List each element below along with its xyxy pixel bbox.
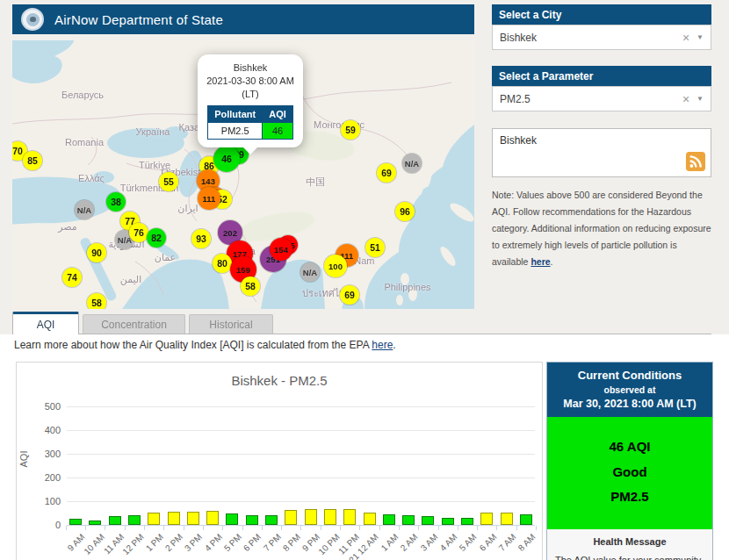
- current-aqi-category: Good: [551, 460, 709, 485]
- chart-x-tick: [125, 526, 126, 530]
- current-aqi-block: 46 AQI Good PM2.5: [547, 417, 712, 529]
- map-place-label: Romania: [65, 137, 104, 147]
- chevron-down-icon[interactable]: ▼: [697, 33, 704, 41]
- popup-col-aqi: AQI: [263, 105, 293, 122]
- chart-x-tick: [359, 526, 360, 530]
- chart-bar: [265, 515, 278, 525]
- aqi-marker[interactable]: 90: [87, 243, 106, 262]
- map-place-label: اليمن: [120, 274, 141, 285]
- aqi-marker[interactable]: 58: [241, 276, 260, 296]
- chart-x-tick: [281, 526, 282, 530]
- chart-x-tick: [262, 526, 263, 530]
- chart-x-tick: [536, 526, 537, 530]
- aqi-marker[interactable]: N/A: [75, 200, 94, 219]
- chart-x-label: 5 AM: [458, 532, 479, 553]
- parameter-select-label: Select a Parameter: [492, 66, 711, 86]
- aqi-marker[interactable]: 111: [198, 187, 220, 210]
- chart-x-tick: [458, 526, 458, 530]
- chart-x-tick: [418, 526, 419, 530]
- popup-timezone: (LT): [203, 88, 298, 101]
- aqi-marker[interactable]: 59: [341, 120, 360, 140]
- tab-historical[interactable]: Historical: [189, 314, 273, 334]
- current-conditions-panel: Current Conditions observed at Mar 30, 2…: [546, 362, 713, 560]
- learn-more-text: Learn more about how the Air Quality Ind…: [14, 339, 396, 351]
- current-aqi-parameter: PM2.5: [551, 485, 709, 510]
- aqi-chart: Bishkek - PM2.5 AQI 01002003004005009 AM…: [16, 362, 543, 560]
- aqi-marker[interactable]: 80: [213, 254, 232, 273]
- tab-concentration[interactable]: Concentration: [83, 314, 185, 334]
- state-department-seal-icon: [21, 8, 44, 31]
- aqi-marker[interactable]: 69: [340, 285, 359, 305]
- tab-aqi[interactable]: AQI: [12, 312, 79, 334]
- chart-x-label: 7 AM: [496, 532, 517, 553]
- aqi-marker[interactable]: 58: [87, 293, 106, 309]
- chart-x-tick: [85, 526, 86, 530]
- learn-more-period: .: [393, 339, 395, 351]
- city-select[interactable]: Bishkek × ▼: [492, 25, 711, 50]
- chart-bar: [246, 515, 258, 525]
- chart-x-label: 5 PM: [222, 532, 243, 553]
- chart-x-tick: [242, 526, 243, 530]
- aqi-marker[interactable]: 96: [395, 202, 415, 221]
- chart-bar: [402, 515, 415, 525]
- chart-x-label: 7 PM: [261, 532, 282, 553]
- health-message-title: Health Message: [555, 536, 704, 547]
- chart-bar: [69, 519, 82, 525]
- epa-here-link[interactable]: here: [372, 339, 393, 351]
- chart-x-label: 1 AM: [379, 532, 401, 553]
- aqi-marker[interactable]: 154: [270, 238, 292, 261]
- chart-x-label: 6 PM: [242, 532, 263, 553]
- aqi-marker[interactable]: 76: [129, 223, 148, 242]
- aqi-marker[interactable]: 51: [365, 238, 385, 257]
- aqi-marker[interactable]: 100: [324, 255, 347, 277]
- map-popup: Bishkek 2021-03-30 8:00 AM (LT) Pollutan…: [198, 54, 303, 147]
- current-conditions-header: Current Conditions observed at Mar 30, 2…: [547, 363, 712, 417]
- map-place-label: مصر: [58, 221, 77, 233]
- note-period: .: [551, 256, 553, 267]
- aqi-marker[interactable]: 69: [377, 163, 396, 183]
- rss-icon[interactable]: [686, 152, 705, 171]
- health-message-text: The AQI value for your community is betw…: [555, 552, 704, 560]
- aqi-marker[interactable]: 74: [62, 268, 82, 287]
- aqi-marker[interactable]: 82: [147, 228, 166, 248]
- aqi-marker[interactable]: 55: [159, 172, 178, 191]
- chart-bar: [364, 513, 376, 525]
- clear-icon[interactable]: ×: [675, 92, 697, 106]
- aqi-marker[interactable]: N/A: [300, 262, 320, 282]
- chart-gridline: [67, 501, 535, 502]
- chart-x-label: 8 AM: [516, 532, 538, 553]
- aqi-marker[interactable]: N/A: [402, 154, 422, 173]
- feed-box: Bishkek: [492, 128, 711, 177]
- map-place-label: Philippines: [384, 282, 430, 292]
- chart-bar: [226, 513, 238, 526]
- health-message-block: Health Message The AQI value for your co…: [547, 529, 712, 560]
- chart-x-tick: [105, 526, 105, 530]
- chart-x-tick: [379, 526, 380, 530]
- chart-x-label: 8 PM: [281, 532, 302, 553]
- chevron-down-icon[interactable]: ▼: [697, 95, 704, 103]
- chart-y-tick-label: 400: [20, 425, 61, 435]
- city-select-label: Select a City: [492, 4, 711, 25]
- chart-x-tick: [340, 526, 341, 530]
- chart-x-label: 6 AM: [477, 532, 498, 553]
- popup-city: Bishkek: [203, 61, 298, 75]
- aqi-marker[interactable]: 38: [106, 192, 126, 212]
- chart-bar: [206, 511, 219, 525]
- popup-aqi-value: 46: [263, 122, 293, 139]
- map-place-label: Беларусь: [61, 90, 104, 100]
- map-place-label: Україна: [136, 126, 170, 137]
- chart-bar: [324, 509, 336, 525]
- aqi-marker[interactable]: 93: [191, 229, 211, 248]
- chart-y-tick-label: 0: [20, 520, 61, 530]
- aqi-marker[interactable]: 85: [23, 151, 42, 170]
- aqi-marker[interactable]: 46: [213, 146, 240, 172]
- chart-x-label: 10 AM: [82, 532, 106, 556]
- chart-gridline: [67, 430, 535, 431]
- parameter-select[interactable]: PM2.5 × ▼: [492, 86, 711, 111]
- chart-bar: [383, 514, 395, 525]
- note-here-link[interactable]: here: [531, 256, 550, 267]
- map-place-label: Ελλάς: [78, 173, 105, 183]
- clear-icon[interactable]: ×: [675, 31, 697, 45]
- chart-x-tick: [222, 526, 223, 530]
- popup-col-pollutant: Pollutant: [208, 105, 263, 122]
